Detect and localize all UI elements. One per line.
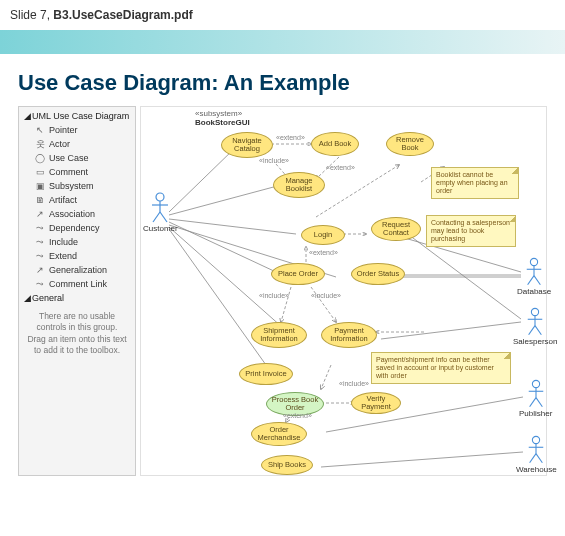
lbl-include-2: «include»	[259, 292, 289, 299]
uc-place-order[interactable]: Place Order	[271, 263, 325, 285]
lbl-include-3: «include»	[311, 292, 341, 299]
file-name: B3.UseCaseDiagram.pdf	[53, 8, 192, 22]
lbl-extend-2: «extend»	[326, 164, 355, 171]
include-icon: ⤳	[35, 237, 45, 247]
uc-request-contact[interactable]: Request Contact	[371, 217, 421, 241]
toolbox-group-uml[interactable]: ◢UML Use Case Diagram	[21, 109, 133, 123]
actor-customer[interactable]: Customer	[143, 192, 178, 233]
slide-body: Use Case Diagram: An Example ◢UML Use Ca…	[0, 54, 565, 486]
tb-subsystem[interactable]: ▣Subsystem	[21, 179, 133, 193]
artifact-icon: 🗎	[35, 195, 45, 205]
actor-publisher[interactable]: Publisher	[519, 379, 552, 418]
gradient-bar	[0, 30, 565, 54]
uc-shipment-info[interactable]: Shipment Information	[251, 322, 307, 348]
svg-line-13	[321, 452, 523, 467]
diagram-canvas[interactable]: «subsystem» BookStoreGUI Customer Databa…	[140, 106, 547, 476]
uc-ship-books[interactable]: Ship Books	[261, 455, 313, 475]
svg-line-36	[528, 276, 534, 285]
tb-artifact[interactable]: 🗎Artifact	[21, 193, 133, 207]
uc-print-invoice[interactable]: Print Invoice	[239, 363, 293, 385]
svg-line-47	[536, 398, 542, 407]
uc-remove-book[interactable]: Remove Book	[386, 132, 434, 156]
slide-title: Use Case Diagram: An Example	[18, 70, 547, 96]
connectors-layer	[141, 107, 546, 475]
uc-order-merchandise[interactable]: Order Merchandise	[251, 422, 307, 446]
lbl-extend-3: «extend»	[309, 249, 338, 256]
svg-line-6	[169, 229, 271, 372]
commentlink-icon: ⤳	[35, 279, 45, 289]
svg-line-37	[534, 276, 540, 285]
uc-order-status[interactable]: Order Status	[351, 263, 405, 285]
tb-generalization[interactable]: ↗Generalization	[21, 263, 133, 277]
lbl-include-4: «include»	[339, 380, 369, 387]
toolbox: ◢UML Use Case Diagram ↖Pointer 웃Actor ◯U…	[18, 106, 136, 476]
svg-line-11	[381, 322, 521, 339]
caret-down-icon: ◢	[24, 111, 32, 121]
uc-add-book[interactable]: Add Book	[311, 132, 359, 156]
toolbox-group-general[interactable]: ◢General	[21, 291, 133, 305]
actor-warehouse[interactable]: Warehouse	[516, 435, 557, 474]
lbl-extend-1: «extend»	[276, 134, 305, 141]
svg-line-46	[529, 398, 535, 407]
tb-comment[interactable]: ▭Comment	[21, 165, 133, 179]
actor-icon: 웃	[35, 139, 45, 149]
svg-point-48	[533, 436, 540, 443]
lbl-include-1: «include»	[259, 157, 289, 164]
comment-icon: ▭	[35, 167, 45, 177]
subsystem-label: «subsystem» BookStoreGUI	[195, 109, 250, 127]
uc-manage-booklist[interactable]: Manage Booklist	[273, 172, 325, 198]
svg-line-2	[169, 219, 296, 234]
uc-payment-info[interactable]: Payment Information	[321, 322, 377, 348]
content-row: ◢UML Use Case Diagram ↖Pointer 웃Actor ◯U…	[18, 106, 547, 476]
association-icon: ↗	[35, 209, 45, 219]
svg-line-51	[530, 454, 536, 463]
uc-login[interactable]: Login	[301, 225, 345, 245]
subsystem-icon: ▣	[35, 181, 45, 191]
tb-include[interactable]: ⤳Include	[21, 235, 133, 249]
caret-down-icon: ◢	[24, 293, 32, 303]
note-booklist-empty[interactable]: Booklist cannot be empty when placing an…	[431, 167, 519, 199]
svg-line-5	[169, 227, 291, 335]
actor-salesperson[interactable]: Salesperson	[513, 307, 557, 346]
usecase-icon: ◯	[35, 153, 45, 163]
note-contact-sales[interactable]: Contacting a salesperson may lead to boo…	[426, 215, 516, 247]
slide-number: Slide 7,	[10, 8, 53, 22]
svg-line-19	[316, 165, 399, 217]
lbl-extend-4: «extend»	[283, 412, 312, 419]
toolbox-empty-text: There are no usable controls in this gro…	[21, 305, 133, 363]
svg-point-33	[530, 258, 537, 265]
uc-navigate-catalog[interactable]: Navigate Catalog	[221, 132, 273, 158]
svg-point-28	[156, 193, 164, 201]
svg-line-42	[535, 326, 541, 335]
actor-database[interactable]: Database	[517, 257, 551, 296]
svg-line-26	[321, 365, 331, 389]
svg-line-52	[536, 454, 542, 463]
dependency-icon: ⤳	[35, 223, 45, 233]
svg-point-43	[532, 380, 539, 387]
svg-line-1	[169, 185, 281, 215]
pointer-icon: ↖	[35, 125, 45, 135]
svg-line-31	[153, 212, 160, 222]
extend-icon: ⤳	[35, 251, 45, 261]
svg-point-38	[532, 308, 539, 315]
svg-line-0	[169, 147, 236, 212]
tb-usecase[interactable]: ◯Use Case	[21, 151, 133, 165]
tb-actor[interactable]: 웃Actor	[21, 137, 133, 151]
tb-extend[interactable]: ⤳Extend	[21, 249, 133, 263]
note-payment-shipment[interactable]: Payment/shipment info can be either save…	[371, 352, 511, 384]
svg-line-32	[160, 212, 167, 222]
uc-verify-payment[interactable]: Verify Payment	[351, 392, 401, 414]
tb-pointer[interactable]: ↖Pointer	[21, 123, 133, 137]
tb-commentlink[interactable]: ⤳Comment Link	[21, 277, 133, 291]
tb-association[interactable]: ↗Association	[21, 207, 133, 221]
generalization-icon: ↗	[35, 265, 45, 275]
slide-header: Slide 7, B3.UseCaseDiagram.pdf	[0, 0, 565, 30]
svg-line-41	[529, 326, 535, 335]
tb-dependency[interactable]: ⤳Dependency	[21, 221, 133, 235]
